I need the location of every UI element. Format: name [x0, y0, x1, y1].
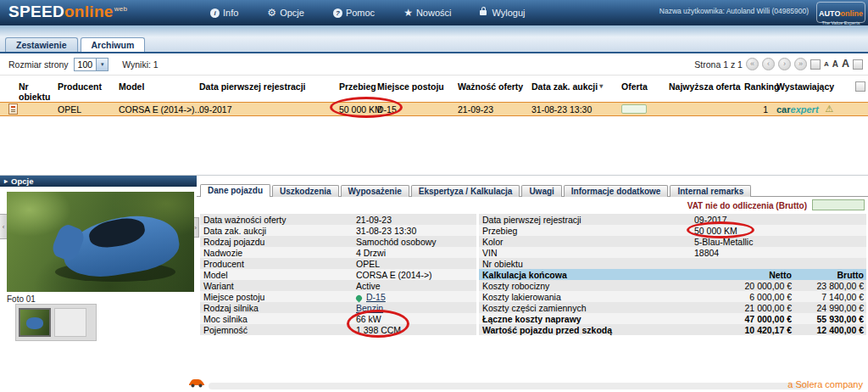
menu-item-info[interactable]: i Info [210, 8, 238, 18]
calc-header-row: Kalkulacja końcowa Netto Brutto [479, 269, 866, 280]
triangle-right-icon: ▸ [4, 178, 8, 185]
page-info: Strona 1 z 1 [694, 59, 743, 70]
object-cell [0, 104, 56, 115]
calc-brutto: 12 400,00 € [792, 325, 866, 335]
warning-icon[interactable]: ⚠ [826, 104, 834, 115]
detail-tab-uszkodzenia[interactable]: Uszkodzenia [272, 185, 339, 197]
parking-location-link[interactable]: D-15 [366, 292, 386, 302]
menu-item-opcje[interactable]: ⚙ Opcje [267, 8, 304, 18]
detail-row: Model CORSA E (2014->) [200, 269, 476, 280]
calc-brutto: 55 930,00 € [792, 314, 866, 324]
vat-input[interactable] [812, 199, 865, 210]
menu-label: Wyloguj [492, 8, 525, 18]
print-icon[interactable] [853, 59, 863, 70]
oferta-cell [620, 104, 667, 114]
column-header-waznosc-oferty[interactable]: Ważność oferty [456, 80, 530, 102]
detail-value: 5-Blau-Metallic [694, 237, 866, 247]
detail-value: D-15 [356, 292, 476, 302]
page-size-label: Rozmiar strony [8, 59, 69, 70]
calc-row: Koszty części zamiennych 21 000,00 € 24 … [479, 302, 866, 313]
page-size-select[interactable]: 100 ▾ [74, 58, 109, 71]
calc-brutto: 7 140,00 € [792, 292, 866, 302]
column-header-przebieg[interactable]: Przebieg [337, 80, 376, 102]
calc-label: Łączne koszty naprawy [482, 314, 700, 324]
app-logo[interactable]: SPEEDonlineweb [8, 3, 127, 21]
data-zak-aukcji-cell: 31-08-23 13:30 [530, 104, 620, 115]
detail-value: 50 000 KM [694, 226, 866, 236]
autoonline-logo: AUTOonline The Value Experts [816, 2, 865, 23]
calc-netto: 47 000,00 € [700, 314, 792, 324]
column-header-ranking[interactable]: Ranking [743, 80, 775, 102]
user-label: Nazwa użytkownika: Autoland Willi (04985… [659, 7, 809, 15]
export-icon[interactable] [810, 59, 821, 70]
vehicle-data-right: Data pierwszej rejestracji 09-2017 Przeb… [479, 214, 866, 335]
detail-tab-ekspertyza-kalkulacja[interactable]: Ekspertyza / Kalkulacja [411, 185, 520, 197]
sort-desc-icon: ▾ [599, 82, 603, 90]
detail-tab-internal-remarks[interactable]: Internal remarks [670, 185, 751, 197]
calc-row-pre-damage-value: Wartość pojazdu przed szkodą 10 420,17 €… [479, 324, 866, 335]
photo-thumbnail[interactable] [19, 308, 51, 337]
detail-value: 09-2017 [694, 215, 866, 225]
engine-type-link[interactable]: Benzin [356, 303, 383, 313]
detail-row: Data ważności oferty 21-09-23 [200, 214, 476, 225]
column-header-wystawiajacy[interactable]: Wystawiający [775, 80, 868, 102]
column-header-miejsce-postoju[interactable]: Miejsce postoju [376, 80, 456, 102]
detail-row: Nr obiektu [479, 258, 866, 269]
options-panel-header[interactable]: ▸ Opcje [0, 176, 197, 187]
detail-row-miejsce-postoju: Miejsce postoju D-15 [200, 291, 476, 302]
font-size-large-button[interactable]: A [842, 59, 849, 70]
menu-item-nowosci[interactable]: ★ Nowości [403, 8, 451, 18]
first-page-button[interactable]: « [746, 58, 759, 70]
chevron-down-icon: ▾ [96, 59, 108, 70]
menu-item-pomoc[interactable]: ? Pomoc [333, 8, 375, 18]
calc-header-label: Kalkulacja końcowa [482, 270, 700, 280]
menu-label: Nowości [416, 8, 452, 18]
detail-tab-dane-pojazdu[interactable]: Dane pojazdu [200, 184, 270, 197]
detail-label: Data zak. aukcji [203, 226, 356, 236]
detail-value: 1 398 CCM [356, 325, 476, 335]
detail-tab-wyposazenie[interactable]: Wyposażenie [341, 185, 409, 197]
prev-page-button[interactable]: ‹ [762, 58, 775, 70]
tab-zestawienie[interactable]: Zestawienie [5, 37, 78, 52]
horizontal-scrollbar[interactable] [209, 383, 809, 389]
table-header: Nr obiektu Producent Model Data pierwsze… [0, 80, 868, 102]
options-panel-label: Opcje [11, 176, 33, 186]
topbar: SPEEDonlineweb i Info ⚙ Opcje ? Pomoc ★ … [0, 0, 868, 25]
tab-archiwum[interactable]: Archiwum [81, 37, 146, 52]
column-header-nr-obiektu[interactable]: Nr obiektu [0, 80, 56, 102]
table-row[interactable]: OPEL CORSA E (2014->)... 09-2017 50 000 … [0, 102, 868, 116]
object-icon [8, 104, 18, 115]
menu-label: Opcje [280, 8, 304, 18]
lock-icon [480, 10, 487, 15]
detail-tab-informacje-dodatkowe[interactable]: Informacje dodatkowe [564, 185, 669, 197]
vehicle-photo[interactable] [7, 192, 194, 292]
menu-item-wyloguj[interactable]: Wyloguj [480, 8, 525, 18]
calc-row: Koszty lakierowania 6 000,00 € 7 140,00 … [479, 291, 866, 302]
photo-thumbnails [15, 304, 97, 341]
font-size-medium-button[interactable]: A [832, 60, 838, 69]
offer-input[interactable] [621, 104, 647, 114]
toolbar-right: Strona 1 z 1 « ‹ › » A A A [694, 58, 863, 70]
detail-row: Data zak. aukcji 31-08-23 13:30 [200, 225, 476, 236]
waznosc-oferty-cell: 21-09-23 [456, 104, 530, 115]
detail-row: Rodzaj pojazdu Samochód osobowy [200, 236, 476, 247]
detail-tab-uwagi[interactable]: Uwagi [521, 185, 561, 197]
model-cell: CORSA E (2014->)... [117, 104, 198, 115]
column-header-oferta[interactable]: Oferta [620, 80, 667, 102]
column-header-data-rejestracji[interactable]: Data pierwszej rejestracji [198, 80, 337, 102]
subbar-gradient [0, 25, 868, 37]
column-header-model[interactable]: Model [117, 80, 198, 102]
next-page-button[interactable]: › [778, 58, 791, 70]
last-page-button[interactable]: » [794, 58, 807, 70]
calc-brutto: 23 800,00 € [792, 281, 866, 291]
font-size-small-button[interactable]: A [824, 61, 829, 68]
column-header-data-zak-aukcji[interactable]: Data zak. aukcji ▾ [530, 80, 620, 102]
column-header-producent[interactable]: Producent [56, 80, 117, 102]
column-settings-icon[interactable] [855, 81, 865, 92]
detail-label: Data pierwszej rejestracji [482, 215, 694, 225]
calc-label: Koszty robocizny [482, 281, 700, 291]
detail-label: Producent [203, 259, 356, 269]
detail-value: Benzin [356, 303, 476, 313]
column-header-najwyzsza-oferta[interactable]: Najwyższa oferta [667, 80, 743, 102]
map-pin-icon [355, 294, 364, 302]
